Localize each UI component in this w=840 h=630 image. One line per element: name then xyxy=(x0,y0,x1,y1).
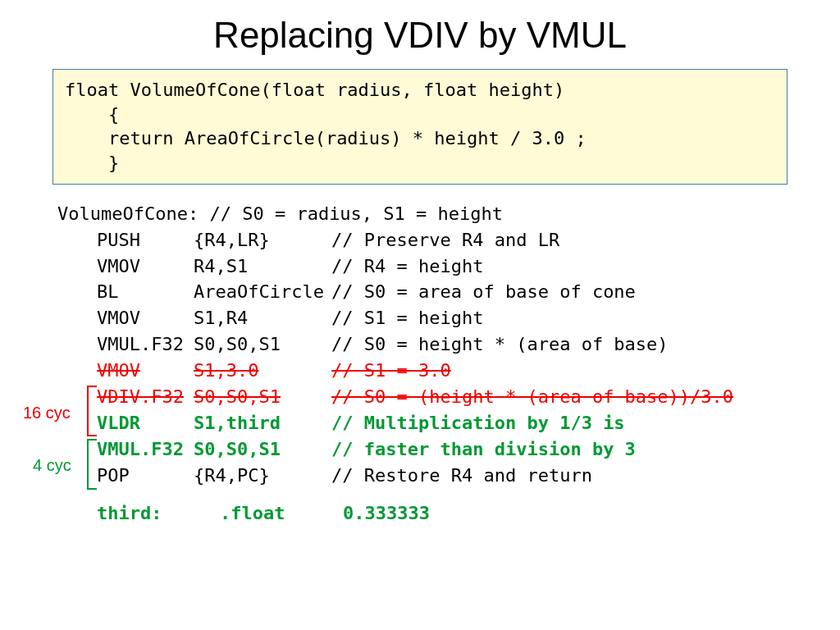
code-line: } xyxy=(65,151,775,176)
code-line: return AreaOfCircle(radius) * height / 3… xyxy=(65,126,775,151)
asm-constant: third:.float0.333333 xyxy=(57,500,840,527)
asm-row-removed: VMOVS1,3.0// S1 = 3.0 xyxy=(57,358,840,384)
code-line: { xyxy=(65,103,775,127)
code-line: float VolumeOfCone(float radius, float h… xyxy=(65,78,775,103)
asm-row: VMUL.F32S0,S0,S1// S0 = height * (area o… xyxy=(57,331,840,358)
asm-listing: 16 cyc 4 cyc VolumeOfCone: // S0 = radiu… xyxy=(57,201,840,527)
asm-row-added: VLDRS1,third// Multiplication by 1/3 is xyxy=(57,410,840,436)
cycle-label-16: 16 cyc xyxy=(23,401,71,425)
asm-row: VMOVR4,S1// R4 = height xyxy=(57,253,840,280)
slide-title: Replacing VDIV by VMUL xyxy=(0,15,840,56)
asm-row: POP{R4,PC}// Restore R4 and return xyxy=(57,463,840,489)
bracket-icon xyxy=(87,386,97,436)
cycle-label-4: 4 cyc xyxy=(33,454,71,477)
asm-row-removed: VDIV.F32S0,S0,S1// S0 = (height * (area … xyxy=(57,384,840,410)
asm-row: PUSH{R4,LR}// Preserve R4 and LR xyxy=(57,227,840,253)
asm-row-added: VMUL.F32S0,S0,S1// faster than division … xyxy=(57,436,840,463)
bracket-icon xyxy=(87,439,97,490)
asm-row: VMOVS1,R4// S1 = height xyxy=(57,305,840,331)
asm-row: BLAreaOfCircle// S0 = area of base of co… xyxy=(57,279,840,305)
c-code-box: float VolumeOfCone(float radius, float h… xyxy=(52,69,788,185)
asm-header: VolumeOfCone: // S0 = radius, S1 = heigh… xyxy=(57,201,840,227)
